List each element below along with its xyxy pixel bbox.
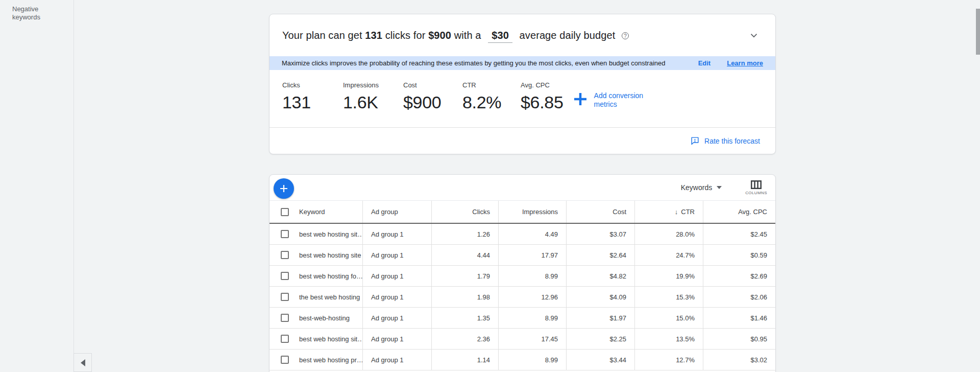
cell-clicks: 2.36 <box>432 329 499 349</box>
header-cell-ctr[interactable]: ↓ CTR <box>635 201 703 223</box>
keyword-text: best web hosting pr… <box>299 356 363 364</box>
header-cell-avg-cpc[interactable]: Avg. CPC <box>703 201 775 223</box>
edit-link[interactable]: Edit <box>698 59 711 67</box>
add-conversion-metrics-button[interactable]: Add conversion metrics <box>573 91 644 109</box>
forecast-metrics-row: Clicks 131 Impressions 1.6K Cost $900 <box>270 70 775 127</box>
header-cell-clicks[interactable]: Clicks <box>432 201 499 223</box>
metric-label: Cost <box>403 81 453 89</box>
cell-cost: $3.44 <box>567 350 635 370</box>
table-row: best web hosting fo… Ad group 1 1.79 8.9… <box>270 266 775 287</box>
row-checkbox[interactable] <box>281 293 289 301</box>
table-header-row: Keyword Ad group Clicks Impressions Cost… <box>270 201 775 224</box>
daily-budget-editable-value[interactable]: $30 <box>488 29 512 43</box>
cell-keyword: best web hosting pr… <box>270 350 363 370</box>
columns-icon <box>751 180 762 189</box>
metric: Avg. CPC $6.85 <box>521 81 573 112</box>
cell-avg-cpc: $2.45 <box>703 224 775 244</box>
keywords-view-label: Keywords <box>681 183 712 192</box>
cell-ad-group: Ad group 1 <box>363 329 432 349</box>
cell-clicks: 1.98 <box>432 287 499 307</box>
cell-cost: $4.82 <box>567 266 635 286</box>
row-checkbox[interactable] <box>281 230 289 238</box>
select-all-checkbox[interactable] <box>281 208 289 216</box>
cell-clicks: 1.14 <box>432 350 499 370</box>
cell-keyword: best-web-hosting <box>270 308 363 328</box>
header-cell-ad-group[interactable]: Ad group <box>363 201 432 223</box>
cell-cost: $3.07 <box>567 224 635 244</box>
main-content: Your plan can get 131 clicks for $900 wi… <box>269 14 776 372</box>
table-row: best web hosting sit… Ad group 1 2.36 17… <box>270 329 775 350</box>
cell-ad-group: Ad group 1 <box>363 308 432 328</box>
chevron-down-icon <box>717 186 722 189</box>
forecast-collapse-chevron-icon[interactable] <box>748 29 760 41</box>
cell-clicks: 4.44 <box>432 245 499 265</box>
metric-label: CTR <box>462 81 511 89</box>
table-row: best web hosting sit… Ad group 1 1.26 4.… <box>270 224 775 245</box>
title-prefix: Your plan can get <box>282 30 362 41</box>
row-checkbox[interactable] <box>281 251 289 259</box>
forecast-title: Your plan can get 131 clicks for $900 wi… <box>282 30 629 41</box>
keywords-toolbar: Keywords COLUMNS <box>270 175 775 201</box>
sidebar-item-negative-keywords[interactable]: Negative keywords <box>12 5 58 21</box>
cell-impressions: 8.99 <box>499 350 567 370</box>
keyword-text: best web hosting fo… <box>299 272 363 280</box>
cell-avg-cpc: $0.59 <box>703 245 775 265</box>
sidebar-collapse-button[interactable] <box>74 353 92 372</box>
table-body: best web hosting sit… Ad group 1 1.26 4.… <box>270 224 775 370</box>
keywords-view-dropdown[interactable]: Keywords <box>681 183 722 192</box>
header-cell-keyword[interactable]: Keyword <box>270 201 363 223</box>
title-mid1: clicks for <box>385 30 426 41</box>
forecast-footer: Rate this forecast <box>270 127 775 154</box>
cell-ctr: 28.0% <box>635 224 703 244</box>
sort-descending-icon: ↓ <box>675 208 678 216</box>
cell-ctr: 15.3% <box>635 287 703 307</box>
keyword-text: best-web-hosting <box>299 314 350 322</box>
cell-ad-group: Ad group 1 <box>363 224 432 244</box>
learn-more-link[interactable]: Learn more <box>727 59 763 67</box>
title-clicks-value: 131 <box>365 30 382 41</box>
cell-ad-group: Ad group 1 <box>363 266 432 286</box>
cell-cost: $1.97 <box>567 308 635 328</box>
maximize-clicks-info-banner: Maximize clicks improves the probability… <box>270 56 775 70</box>
cell-cost: $2.25 <box>567 329 635 349</box>
columns-button[interactable]: COLUMNS <box>743 180 769 195</box>
keyword-text: the best web hosting <box>299 293 360 301</box>
cell-avg-cpc: $2.69 <box>703 266 775 286</box>
table-row: best web hosting pr… Ad group 1 1.14 8.9… <box>270 350 775 370</box>
add-keywords-fab-button[interactable] <box>274 178 294 199</box>
row-checkbox[interactable] <box>281 314 289 322</box>
add-conversion-line1: Add conversion <box>594 91 644 100</box>
metric-value: 131 <box>282 92 334 112</box>
cell-ctr: 13.5% <box>635 329 703 349</box>
table-row: best web hosting site Ad group 1 4.44 17… <box>270 245 775 266</box>
budget-help-icon[interactable]: ? <box>622 32 629 39</box>
metric-value: 1.6K <box>343 92 394 112</box>
cell-keyword: best web hosting fo… <box>270 266 363 286</box>
table-row: the best web hosting Ad group 1 1.98 12.… <box>270 287 775 308</box>
row-checkbox[interactable] <box>281 356 289 364</box>
add-conversion-metrics-label: Add conversion metrics <box>594 91 644 109</box>
header-cell-cost[interactable]: Cost <box>567 201 635 223</box>
cell-ctr: 15.0% <box>635 308 703 328</box>
plus-icon <box>573 91 588 109</box>
metric: Cost $900 <box>403 81 462 112</box>
cell-clicks: 1.26 <box>432 224 499 244</box>
rate-this-forecast-button[interactable]: Rate this forecast <box>691 136 760 145</box>
cell-avg-cpc: $2.06 <box>703 287 775 307</box>
forecast-header: Your plan can get 131 clicks for $900 wi… <box>270 14 775 56</box>
row-checkbox[interactable] <box>281 272 289 280</box>
row-checkbox[interactable] <box>281 335 289 343</box>
cell-avg-cpc: $3.02 <box>703 350 775 370</box>
metric-label: Impressions <box>343 81 394 89</box>
cell-ad-group: Ad group 1 <box>363 245 432 265</box>
header-label-ctr: CTR <box>681 208 695 216</box>
banner-message: Maximize clicks improves the probability… <box>282 59 665 67</box>
cell-impressions: 8.99 <box>499 308 567 328</box>
header-cell-impressions[interactable]: Impressions <box>499 201 567 223</box>
vertical-scrollbar-thumb[interactable] <box>976 9 980 55</box>
header-label-keyword: Keyword <box>299 208 325 216</box>
cell-ctr: 24.7% <box>635 245 703 265</box>
rate-this-forecast-label: Rate this forecast <box>704 137 760 145</box>
cell-ad-group: Ad group 1 <box>363 287 432 307</box>
keyword-text: best web hosting site <box>299 251 361 259</box>
